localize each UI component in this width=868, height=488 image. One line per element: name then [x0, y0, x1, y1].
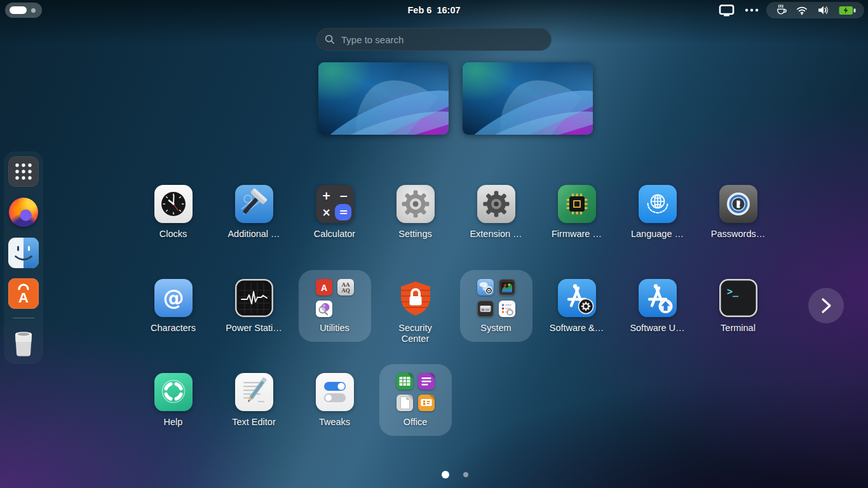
fonts-icon: AA AQ	[337, 279, 354, 295]
caffeine-icon	[775, 4, 787, 17]
presentation-icon	[418, 395, 435, 411]
app-language-support[interactable]: Language …	[617, 185, 698, 279]
app-label: Software &…	[550, 323, 604, 334]
folder-tile	[397, 373, 435, 411]
clock[interactable]: Feb 6 16:07	[407, 0, 460, 20]
dash-dock: A	[4, 151, 43, 364]
folder-utilities[interactable]: A AA AQ Utilities	[294, 279, 375, 373]
firefox-icon	[9, 198, 38, 227]
app-label: Additional …	[227, 229, 280, 240]
app-settings[interactable]: Settings	[375, 185, 456, 279]
un-globe-icon	[639, 185, 677, 223]
wifi-icon	[796, 4, 808, 17]
svg-text:>_: >_	[727, 286, 739, 297]
search-bar[interactable]	[316, 28, 552, 51]
disks-icon	[477, 301, 494, 317]
acrobat-pdf-icon: A	[316, 279, 332, 295]
app-software-properties[interactable]: Software &…	[536, 279, 617, 373]
1password-keyhole-icon	[719, 185, 757, 223]
database-doc-icon	[418, 373, 435, 390]
dock-app-center[interactable]: A	[8, 278, 39, 309]
svg-text:×: ×	[322, 206, 330, 219]
system-status-area[interactable]	[766, 2, 864, 18]
finder-face-icon	[8, 238, 39, 268]
firmware-chip-icon	[558, 185, 596, 223]
folder-label: System	[480, 323, 511, 334]
app-text-editor[interactable]: Text Editor	[214, 373, 294, 467]
globe-gear-icon	[477, 279, 494, 295]
settings-gear-icon	[397, 185, 435, 223]
screencast-icon[interactable]	[715, 2, 737, 18]
folder-office[interactable]: Office	[375, 373, 456, 467]
app-label: Power Stati…	[226, 323, 282, 334]
app-help[interactable]: Help	[133, 373, 214, 467]
at-sign-icon: @	[154, 279, 193, 317]
volume-icon	[817, 4, 831, 17]
workspace-thumbnail-2[interactable]	[463, 62, 593, 135]
search-input[interactable]	[341, 34, 544, 45]
folder-system[interactable]: System	[456, 279, 536, 373]
show-apps-button[interactable]	[8, 156, 39, 187]
app-tweaks[interactable]: Tweaks	[294, 373, 375, 467]
dock-trash[interactable]	[8, 327, 39, 358]
svg-text:AQ: AQ	[341, 287, 350, 294]
app-label: Extension …	[470, 229, 522, 240]
spreadsheet-icon	[397, 373, 413, 390]
logs-list-icon	[499, 301, 515, 317]
gnome-overview: Feb 6 16:07	[0, 0, 868, 488]
svg-text:=: =	[339, 206, 348, 219]
app-label: Software U…	[630, 323, 684, 334]
svg-text:A: A	[18, 290, 29, 306]
wallpaper-thumb	[318, 62, 449, 135]
app-clocks[interactable]: Clocks	[133, 185, 214, 279]
app-extension-manager[interactable]: Extension …	[456, 185, 536, 279]
dock-files[interactable]	[8, 238, 39, 268]
workspace-idle-dot	[31, 8, 36, 13]
calculator-icon: + − × =	[316, 185, 354, 223]
folder-tile: A AA AQ	[316, 279, 354, 317]
svg-text:+: +	[322, 189, 330, 202]
clock-icon	[154, 185, 193, 223]
ellipsis-menu-icon[interactable]	[741, 2, 763, 18]
top-bar: Feb 6 16:07	[0, 0, 868, 20]
shield-lock-icon	[397, 279, 435, 317]
app-calculator[interactable]: + − × = Calculator	[294, 185, 375, 279]
page-dot-active[interactable]	[442, 471, 449, 478]
app-grid: Clocks Additional …	[133, 185, 778, 467]
app-label: Security Center	[393, 323, 438, 345]
app-additional-drivers[interactable]: Additional …	[214, 185, 294, 279]
app-firmware[interactable]: Firmware …	[536, 185, 617, 279]
appstore-update-icon	[639, 279, 677, 317]
pencil-paper-icon	[235, 373, 273, 411]
usage-graph-icon	[499, 279, 515, 295]
hammer-drivers-icon	[235, 185, 273, 223]
svg-text:A: A	[320, 283, 327, 293]
search-icon	[324, 34, 336, 45]
app-label: Passwords…	[711, 229, 765, 240]
workspace-thumbnail-1[interactable]	[318, 62, 449, 135]
page-dot-inactive[interactable]	[463, 472, 468, 477]
preview-loupe-icon	[316, 301, 332, 317]
dock-firefox[interactable]	[8, 197, 39, 227]
svg-text:−: −	[339, 189, 348, 202]
app-characters[interactable]: @ Characters	[133, 279, 214, 373]
trash-icon	[10, 327, 37, 358]
app-security-center[interactable]: Security Center	[375, 279, 456, 373]
workspace-active-pill	[10, 6, 27, 14]
chevron-right-icon	[818, 297, 834, 315]
heartbeat-graph-icon	[235, 279, 273, 317]
wallpaper-thumb	[463, 62, 593, 135]
folder-tile	[477, 279, 515, 317]
extensions-gear-icon	[477, 185, 515, 223]
next-page-button[interactable]	[808, 288, 844, 323]
shopping-bag-a-icon: A	[8, 278, 39, 309]
workspace-indicator[interactable]	[5, 3, 42, 18]
terminal-prompt-icon: >_	[719, 279, 757, 317]
app-passwords[interactable]: Passwords…	[698, 185, 778, 279]
app-label: Characters	[151, 323, 196, 334]
app-power-statistics[interactable]: Power Stati…	[214, 279, 294, 373]
app-label: Tweaks	[319, 417, 350, 428]
app-label: Firmware …	[552, 229, 602, 240]
app-terminal[interactable]: >_ Terminal	[698, 279, 778, 373]
app-software-update[interactable]: Software U…	[617, 279, 698, 373]
